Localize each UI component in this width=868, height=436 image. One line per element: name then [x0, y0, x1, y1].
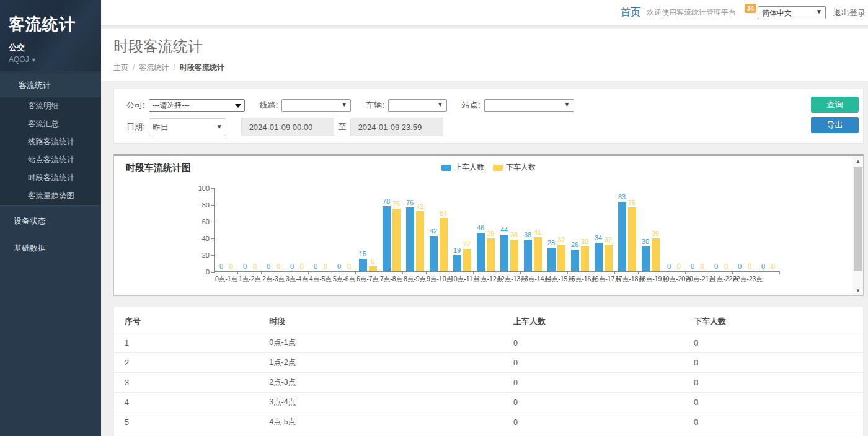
bar-value-label: 39	[487, 230, 494, 237]
breadcrumb-item[interactable]: 客流统计	[139, 63, 169, 72]
org-code-dropdown[interactable]: AQGJ▼	[9, 55, 92, 64]
bar-value-label: 32	[557, 236, 565, 243]
company-label: 公司:	[126, 100, 145, 111]
bar-上车人数	[524, 240, 532, 271]
bar-下车人数	[392, 209, 401, 271]
sidebar-menu: 客流统计客流明细客流汇总线路客流统计站点客流统计时段客流统计客流量趋势图设备状态…	[0, 74, 101, 260]
sidebar-item-设备状态[interactable]: 设备状态	[0, 209, 101, 233]
date-to-input[interactable]	[351, 118, 443, 136]
table-cell: 0	[683, 432, 863, 436]
app-title: 客流统计	[9, 14, 92, 35]
station-select-wrap: ▼	[484, 99, 574, 112]
sidebar-item-客流量趋势图[interactable]: 客流量趋势图	[0, 187, 101, 205]
sidebar-item-客流明细[interactable]: 客流明细	[0, 97, 101, 115]
bar-value-label: 0	[337, 263, 341, 270]
bar-value-label: 39	[652, 230, 659, 237]
table-column-header: 序号	[114, 310, 259, 333]
vehicle-select[interactable]	[388, 99, 447, 112]
breadcrumb-item: 时段客流统计	[180, 63, 224, 72]
table-row: 21点-2点00	[114, 353, 863, 373]
bar-group-3点-4点: 00	[285, 188, 309, 271]
bar-value-label: 83	[618, 193, 626, 201]
bar-下车人数	[510, 240, 518, 271]
bar-column: 46	[477, 233, 485, 271]
x-tick	[473, 271, 474, 274]
bar-column: 34	[595, 243, 603, 271]
x-tick-label: 9点-10点	[427, 275, 450, 284]
date-from-input[interactable]	[242, 118, 334, 136]
table-cell: 0	[683, 373, 863, 393]
bar-上车人数	[618, 202, 626, 271]
line-select[interactable]	[281, 99, 351, 112]
filter-panel: 公司: ---请选择--- 线路: ▼ 车辆: ▼ 站点:	[113, 89, 864, 144]
scroll-up-icon[interactable]: ▲	[853, 156, 863, 166]
table-column-header: 下车人数	[683, 310, 863, 333]
bar-group-5点-6点: 00	[332, 188, 356, 271]
date-preset-select[interactable]: 昨日	[149, 118, 226, 136]
bar-group-2点-3点: 00	[262, 188, 285, 271]
x-tick-label: 18点-19点	[639, 275, 662, 284]
bar-column: 27	[463, 249, 471, 271]
bar-value-label: 30	[581, 238, 588, 245]
bar-value-label: 44	[500, 226, 508, 233]
x-tick	[237, 271, 238, 274]
bar-column: 39	[487, 238, 495, 271]
bar-value-label: 78	[383, 198, 390, 205]
x-tick-label: 8点-9点	[403, 275, 427, 284]
y-tick	[211, 205, 214, 206]
y-tick	[211, 272, 214, 272]
filter-row-2: 日期: 昨日 ▼ 至	[126, 118, 853, 136]
legend-item-下车人数[interactable]: 下车人数	[493, 162, 536, 173]
sidebar-item-时段客流统计[interactable]: 时段客流统计	[0, 169, 101, 187]
logout-link[interactable]: 退出登录	[833, 7, 866, 19]
table-cell: 0	[503, 333, 683, 353]
sidebar-item-基础数据[interactable]: 基础数据	[0, 237, 101, 260]
export-button[interactable]: 导出	[811, 117, 859, 133]
sidebar-item-站点客流统计[interactable]: 站点客流统计	[0, 151, 101, 169]
bar-column: 38	[510, 240, 518, 271]
bar-上车人数	[430, 236, 438, 271]
bar-column: 41	[534, 237, 542, 271]
x-tick-label: 6点-7点	[356, 275, 379, 284]
bar-value-label: 0	[253, 263, 257, 270]
station-label: 站点:	[462, 100, 480, 111]
x-tick	[520, 271, 521, 274]
station-select[interactable]	[484, 99, 574, 112]
x-tick	[567, 271, 568, 274]
legend-item-上车人数[interactable]: 上车人数	[441, 162, 484, 173]
bar-value-label: 41	[534, 229, 541, 236]
x-tick	[591, 271, 591, 274]
bar-column: 39	[652, 238, 660, 271]
company-select[interactable]: ---请选择---	[149, 99, 245, 112]
x-tick	[662, 271, 662, 274]
line-label: 线路:	[260, 100, 278, 111]
brand-area: 客流统计 公交 AQGJ▼	[0, 0, 101, 71]
sidebar-section-客流统计[interactable]: 客流统计	[0, 74, 101, 97]
sidebar-item-线路客流统计[interactable]: 线路客流统计	[0, 133, 101, 151]
home-link[interactable]: 首页	[621, 6, 640, 19]
scrollbar-thumb[interactable]	[854, 167, 862, 271]
date-preset-wrap: 昨日 ▼	[149, 118, 226, 136]
query-button[interactable]: 查询	[811, 97, 859, 113]
table-cell: 0	[503, 353, 683, 373]
breadcrumb-item[interactable]: 主页	[113, 63, 128, 72]
bar-column: 6	[369, 266, 377, 271]
language-select[interactable]: 简体中文	[758, 6, 826, 19]
bar-group-13点-14点: 3841	[521, 188, 544, 271]
bar-下车人数	[534, 237, 542, 271]
x-tick-label: 3点-4点	[285, 275, 309, 284]
x-tick	[614, 271, 615, 274]
scroll-down-icon[interactable]: ▼	[853, 286, 863, 295]
bar-group-11点-12点: 4639	[474, 188, 497, 271]
sidebar-item-客流汇总[interactable]: 客流汇总	[0, 115, 101, 133]
legend-swatch	[493, 165, 503, 171]
table-cell: 0点-1点	[259, 333, 503, 353]
bar-value-label: 0	[691, 263, 694, 270]
chart-scrollbar[interactable]: ▲ ▼	[852, 156, 863, 295]
bar-group-6点-7点: 156	[356, 188, 379, 271]
notification-badge[interactable]: 34	[745, 4, 756, 13]
bar-上车人数	[359, 259, 367, 271]
x-tick-label: 7点-8点	[379, 275, 403, 284]
x-tick-label: 16点-17点	[591, 275, 615, 284]
table-cell: 0	[503, 393, 683, 412]
